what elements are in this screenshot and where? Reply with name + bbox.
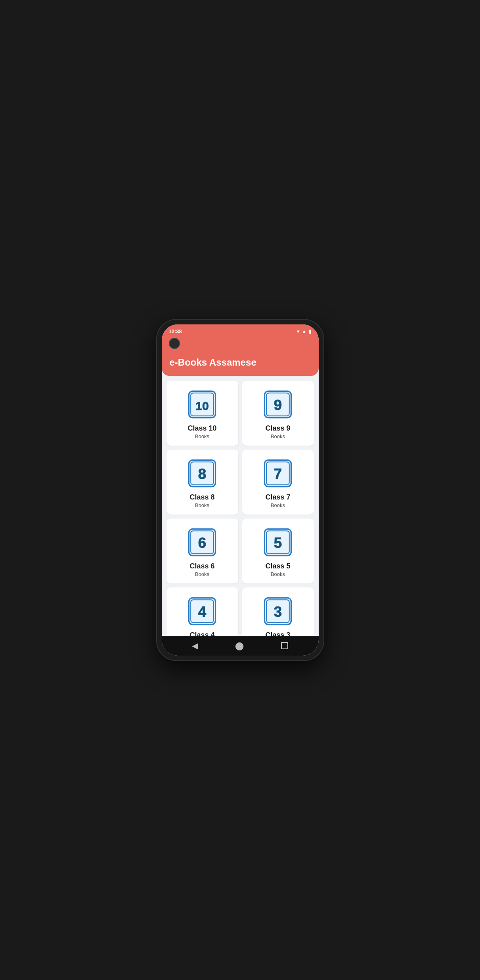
svg-text:6: 6 — [198, 535, 206, 551]
camera-area — [162, 336, 319, 353]
status-icons: ▾ ▲ ▮ — [297, 328, 312, 334]
class-8-name: Class 8 — [189, 493, 214, 501]
class-7-item[interactable]: 7 Class 7Books — [242, 450, 314, 515]
home-button[interactable]: ⬤ — [235, 641, 244, 650]
recents-button[interactable] — [281, 642, 288, 649]
phone-screen: 12:38 ▾ ▲ ▮ e-Books Assamese 10 Class 1 — [162, 324, 319, 656]
app-header: e-Books Assamese — [162, 353, 319, 376]
class-9-item[interactable]: 9 Class 9Books — [242, 381, 314, 446]
phone-frame: 12:38 ▾ ▲ ▮ e-Books Assamese 10 Class 1 — [157, 320, 323, 660]
class-5-sub: Books — [271, 571, 285, 577]
svg-text:8: 8 — [198, 466, 206, 482]
svg-text:4: 4 — [198, 604, 207, 620]
camera-dot — [169, 338, 180, 349]
class-6-item[interactable]: 6 Class 6Books — [166, 519, 238, 583]
svg-text:10: 10 — [195, 399, 209, 412]
svg-text:5: 5 — [274, 535, 282, 551]
class-8-sub: Books — [195, 502, 209, 508]
class-3-item[interactable]: 3 Class 3Books — [242, 587, 314, 636]
class-7-sub: Books — [271, 502, 285, 508]
battery-icon: ▮ — [309, 328, 312, 334]
app-title: e-Books Assamese — [170, 357, 256, 368]
bottom-nav: ◀ ⬤ — [162, 636, 319, 656]
class-7-name: Class 7 — [265, 493, 290, 501]
svg-text:7: 7 — [274, 466, 282, 482]
class-5-name: Class 5 — [265, 562, 290, 570]
status-bar: 12:38 ▾ ▲ ▮ — [162, 324, 319, 336]
class-4-item[interactable]: 4 Class 4Books — [166, 587, 238, 636]
class-10-name: Class 10 — [187, 424, 216, 433]
back-button[interactable]: ◀ — [192, 641, 198, 650]
class-9-name: Class 9 — [265, 424, 290, 433]
class-3-name: Class 3 — [265, 631, 290, 636]
wifi-icon: ▾ — [297, 328, 300, 334]
class-5-item[interactable]: 5 Class 5Books — [242, 519, 314, 583]
class-9-sub: Books — [271, 433, 285, 439]
svg-text:3: 3 — [274, 604, 282, 620]
class-6-sub: Books — [195, 571, 209, 577]
signal-icon: ▲ — [302, 328, 307, 334]
class-10-sub: Books — [195, 433, 209, 439]
class-4-name: Class 4 — [189, 631, 214, 636]
class-6-name: Class 6 — [189, 562, 214, 570]
class-grid: 10 Class 10Books 9 Class 9Books 8 Class … — [166, 381, 314, 636]
class-8-item[interactable]: 8 Class 8Books — [166, 450, 238, 515]
content-area[interactable]: 10 Class 10Books 9 Class 9Books 8 Class … — [162, 376, 319, 636]
class-10-item[interactable]: 10 Class 10Books — [166, 381, 238, 446]
svg-text:9: 9 — [274, 397, 282, 413]
status-time: 12:38 — [169, 328, 182, 334]
